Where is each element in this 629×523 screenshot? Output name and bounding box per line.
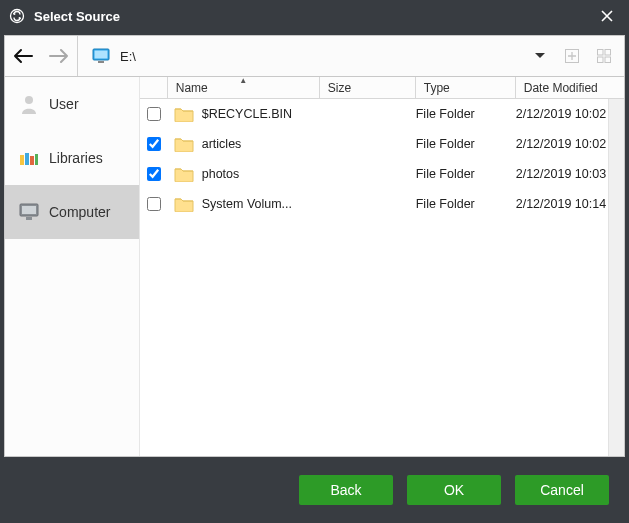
svg-rect-10: [20, 155, 24, 165]
app-logo-icon: [8, 7, 26, 25]
column-size-label: Size: [328, 81, 351, 95]
row-checkbox[interactable]: [147, 197, 161, 211]
close-button[interactable]: [593, 2, 621, 30]
svg-rect-16: [26, 217, 32, 220]
column-name-label: Name: [176, 81, 208, 95]
column-date-label: Date Modified: [524, 81, 598, 95]
sidebar-item-user[interactable]: User: [5, 77, 139, 131]
file-type: File Folder: [416, 137, 516, 151]
svg-rect-13: [35, 154, 38, 165]
file-row[interactable]: articlesFile Folder2/12/2019 10:02 ...: [140, 129, 624, 159]
sidebar: User Libraries Computer: [5, 77, 140, 456]
row-checkbox[interactable]: [147, 107, 161, 121]
computer-icon: [19, 202, 39, 222]
folder-icon: [168, 136, 200, 152]
toolbar-right-group: [526, 42, 624, 70]
monitor-icon: [92, 48, 110, 64]
svg-rect-7: [598, 57, 604, 63]
chevron-down-icon: [534, 52, 546, 60]
main-panel: User Libraries Computer Name ▲: [4, 77, 625, 457]
window-title: Select Source: [34, 9, 593, 24]
plus-box-icon: [564, 48, 580, 64]
sidebar-item-libraries[interactable]: Libraries: [5, 131, 139, 185]
column-date-modified[interactable]: Date Modified: [516, 77, 624, 98]
title-bar: Select Source: [0, 0, 629, 32]
file-rows: $RECYCLE.BINFile Folder2/12/2019 10:02 .…: [140, 99, 624, 456]
select-source-dialog: Select Source E:\: [0, 0, 629, 523]
folder-icon: [168, 196, 200, 212]
file-list-pane: Name ▲ Size Type Date Modified $RECYCLE.…: [140, 77, 624, 456]
column-size[interactable]: Size: [320, 77, 416, 98]
file-row[interactable]: photosFile Folder2/12/2019 10:03 ...: [140, 159, 624, 189]
svg-rect-2: [95, 51, 108, 59]
file-name: photos: [200, 167, 320, 181]
nav-forward-button[interactable]: [41, 36, 77, 76]
ok-button[interactable]: OK: [407, 475, 501, 505]
current-path: E:\: [120, 49, 136, 64]
vertical-scrollbar[interactable]: [608, 99, 624, 456]
back-button[interactable]: Back: [299, 475, 393, 505]
svg-rect-15: [22, 206, 36, 214]
file-name: $RECYCLE.BIN: [200, 107, 320, 121]
view-mode-button[interactable]: [590, 42, 618, 70]
svg-point-9: [25, 96, 33, 104]
file-name: articles: [200, 137, 320, 151]
path-dropdown-button[interactable]: [526, 42, 554, 70]
column-checkbox: [140, 77, 168, 98]
file-name: System Volum...: [200, 197, 320, 211]
svg-rect-12: [30, 156, 34, 165]
svg-rect-6: [605, 50, 611, 56]
arrow-right-icon: [48, 48, 70, 64]
folder-icon: [168, 166, 200, 182]
user-icon: [19, 94, 39, 114]
column-type-label: Type: [424, 81, 450, 95]
navigation-toolbar: E:\: [4, 35, 625, 77]
arrow-left-icon: [12, 48, 34, 64]
grid-view-icon: [596, 48, 612, 64]
close-icon: [600, 9, 614, 23]
row-checkbox[interactable]: [147, 137, 161, 151]
svg-rect-5: [598, 50, 604, 56]
nav-back-button[interactable]: [5, 36, 41, 76]
row-checkbox[interactable]: [147, 167, 161, 181]
svg-rect-3: [98, 61, 104, 63]
sort-ascending-icon: ▲: [239, 77, 247, 85]
file-type: File Folder: [416, 197, 516, 211]
sidebar-item-label: Libraries: [49, 150, 103, 166]
file-row[interactable]: $RECYCLE.BINFile Folder2/12/2019 10:02 .…: [140, 99, 624, 129]
column-type[interactable]: Type: [416, 77, 516, 98]
sidebar-item-label: User: [49, 96, 79, 112]
sidebar-item-label: Computer: [49, 204, 110, 220]
libraries-icon: [19, 148, 39, 168]
svg-rect-8: [605, 57, 611, 63]
file-type: File Folder: [416, 107, 516, 121]
sidebar-item-computer[interactable]: Computer: [5, 185, 139, 239]
folder-icon: [168, 106, 200, 122]
dialog-footer: Back OK Cancel: [0, 457, 629, 523]
file-type: File Folder: [416, 167, 516, 181]
svg-rect-11: [25, 153, 29, 165]
file-row[interactable]: System Volum...File Folder2/12/2019 10:1…: [140, 189, 624, 219]
column-header-row: Name ▲ Size Type Date Modified: [140, 77, 624, 99]
new-folder-button[interactable]: [558, 42, 586, 70]
column-name[interactable]: Name ▲: [168, 77, 320, 98]
cancel-button[interactable]: Cancel: [515, 475, 609, 505]
path-bar[interactable]: E:\: [78, 48, 526, 64]
